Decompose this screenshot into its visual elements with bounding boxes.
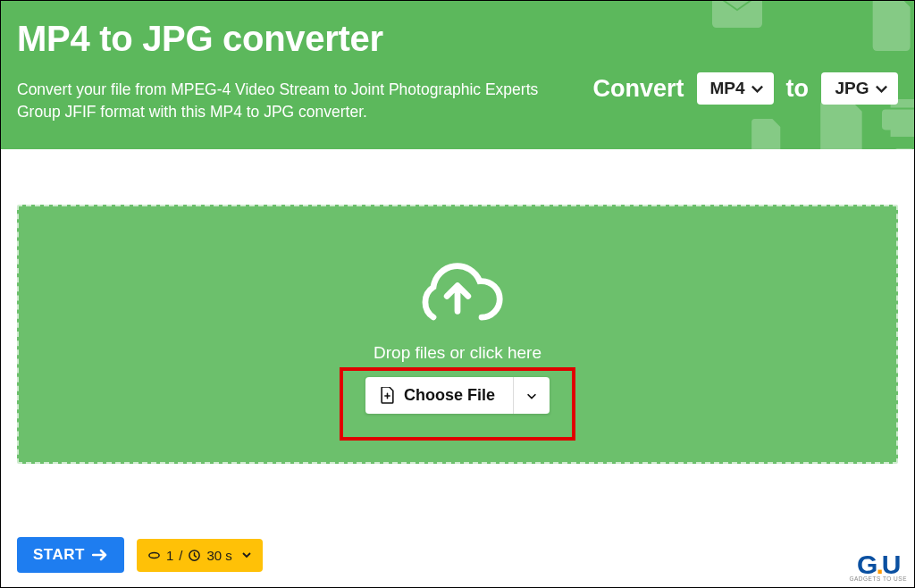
source-format-select[interactable]: MP4 <box>697 72 774 105</box>
choose-file-group: Choose File <box>365 377 550 414</box>
svg-point-0 <box>149 552 159 558</box>
arrow-right-icon <box>92 548 108 562</box>
disc-icon <box>147 549 161 562</box>
chevron-down-icon <box>875 82 888 96</box>
page-header: MP4 to JPG converter Convert your file f… <box>1 1 914 149</box>
options-count: 1 <box>166 548 173 563</box>
file-add-icon <box>380 387 395 404</box>
conversion-selector-row: Convert MP4 to JPG <box>593 72 899 105</box>
choose-file-label: Choose File <box>404 386 495 405</box>
chevron-down-icon <box>241 550 252 560</box>
chevron-down-icon <box>525 390 538 402</box>
logo-glyph: G.U <box>857 552 899 576</box>
main-content: Drop files or click here Choose File <box>1 149 914 483</box>
options-button[interactable]: 1 / 30 s <box>137 539 263 572</box>
cloud-upload-icon <box>409 254 506 332</box>
choose-file-dropdown[interactable] <box>514 377 550 414</box>
chevron-down-icon <box>751 82 764 96</box>
options-sep: / <box>179 548 182 563</box>
start-button[interactable]: START <box>17 537 124 573</box>
options-duration: 30 s <box>206 548 231 563</box>
start-label: START <box>33 546 85 564</box>
clock-icon <box>188 549 201 562</box>
page-description: Convert your file from MPEG-4 Video Stre… <box>17 79 571 124</box>
file-dropzone[interactable]: Drop files or click here Choose File <box>17 205 898 464</box>
bottom-action-bar: START 1 / 30 s <box>17 537 263 573</box>
to-label: to <box>786 75 809 103</box>
choose-file-button[interactable]: Choose File <box>365 377 514 414</box>
convert-label: Convert <box>593 75 684 103</box>
dropzone-hint: Drop files or click here <box>374 343 541 363</box>
target-format-value: JPG <box>835 79 869 98</box>
source-format-value: MP4 <box>709 79 744 98</box>
watermark-logo: G.U GADGETS TO USE <box>849 552 907 582</box>
page-title: MP4 to JPG converter <box>17 19 898 59</box>
target-format-select[interactable]: JPG <box>821 72 898 105</box>
